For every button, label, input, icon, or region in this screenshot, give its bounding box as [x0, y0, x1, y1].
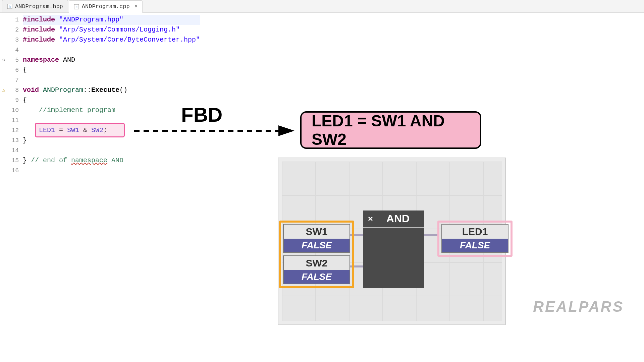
fold-marker — [0, 65, 7, 75]
and-gate-block[interactable]: ✕ AND — [363, 210, 424, 288]
var-sw1-value: FALSE — [284, 239, 350, 252]
var-sw1-name: SW1 — [284, 225, 350, 239]
wire-sw1 — [350, 234, 363, 236]
code-line[interactable] — [23, 75, 200, 85]
fbd-expression-callout: LED1 = SW1 AND SW2 — [300, 111, 481, 149]
fold-marker — [0, 156, 7, 166]
line-number: 5 — [7, 55, 19, 65]
highlighted-statement — [35, 123, 125, 137]
fold-marker — [0, 115, 7, 125]
tab-bar: h ANDProgram.hpp c ANDProgram.cpp × — [0, 0, 644, 13]
code-line[interactable]: namespace AND — [23, 55, 200, 65]
fold-marker — [0, 15, 7, 25]
code-line[interactable]: #include "Arp/System/Core/ByteConverter.… — [23, 35, 200, 45]
code-line[interactable]: #include "ANDProgram.hpp" — [23, 15, 200, 25]
var-sw2[interactable]: SW2 FALSE — [283, 255, 350, 284]
var-led1[interactable]: LED1 FALSE — [441, 224, 508, 253]
line-number: 13 — [7, 135, 19, 145]
line-number: 3 — [7, 35, 19, 45]
and-block-label: AND — [377, 213, 419, 225]
code-line[interactable]: #include "Arp/System/Commons/Logging.h" — [23, 25, 200, 35]
line-number: 4 — [7, 45, 19, 55]
svg-text:h: h — [9, 5, 11, 8]
line-number: 12 — [7, 125, 19, 135]
code-editor[interactable]: ⊖⚠ 12345678910111213141516 #include "AND… — [0, 13, 644, 176]
code-line[interactable] — [23, 145, 200, 156]
line-number: 10 — [7, 105, 19, 115]
code-area[interactable]: #include "ANDProgram.hpp"#include "Arp/S… — [21, 13, 200, 176]
line-number: 15 — [7, 156, 19, 166]
var-led1-name: LED1 — [442, 225, 508, 239]
code-line[interactable]: } // end of namespace AND — [23, 156, 200, 166]
c-file-icon: c — [74, 4, 79, 9]
tab-label: ANDProgram.cpp — [82, 3, 130, 10]
fold-marker — [0, 166, 7, 176]
fold-marker — [0, 35, 7, 45]
fold-marker — [0, 145, 7, 156]
fold-marker — [0, 95, 7, 105]
fbd-diagram-area: ✕ AND SW1 FALSE SW2 FALSE LED1 FALSE — [278, 158, 506, 325]
tab-andprogram-hpp[interactable]: h ANDProgram.hpp — [2, 0, 68, 12]
fold-marker — [0, 105, 7, 115]
fold-marker[interactable]: ⊖ — [0, 55, 7, 65]
line-number: 14 — [7, 145, 19, 156]
var-sw2-value: FALSE — [284, 270, 350, 284]
fold-gutter: ⊖⚠ — [0, 13, 7, 176]
fold-marker — [0, 45, 7, 55]
fold-marker — [0, 135, 7, 145]
dashed-arrow — [134, 124, 295, 137]
var-led1-value: FALSE — [442, 239, 508, 252]
line-number: 8 — [7, 85, 19, 95]
line-number: 2 — [7, 25, 19, 35]
line-number: 7 — [7, 75, 19, 85]
line-number: 9 — [7, 95, 19, 105]
code-line[interactable]: { — [23, 65, 200, 75]
fold-marker — [0, 25, 7, 35]
code-line[interactable]: void ANDProgram::Execute() — [23, 85, 200, 95]
fold-marker — [0, 75, 7, 85]
line-number: 16 — [7, 166, 19, 176]
tab-andprogram-cpp[interactable]: c ANDProgram.cpp × — [69, 0, 143, 13]
line-number: 11 — [7, 115, 19, 125]
tab-label: ANDProgram.hpp — [15, 3, 63, 10]
code-line[interactable]: { — [23, 95, 200, 105]
wire-led1 — [424, 234, 439, 236]
h-file-icon: h — [7, 4, 12, 9]
line-number-gutter: 12345678910111213141516 — [7, 13, 21, 176]
close-icon[interactable]: × — [132, 4, 138, 10]
svg-marker-5 — [278, 125, 294, 136]
line-number: 6 — [7, 65, 19, 75]
fold-marker[interactable]: ⚠ — [0, 85, 7, 95]
wire-sw2 — [350, 265, 363, 267]
block-icon: ✕ — [368, 215, 373, 223]
watermark: REALPARS — [533, 298, 624, 315]
line-number: 1 — [7, 15, 19, 25]
code-line[interactable]: //implement program — [23, 105, 200, 115]
fold-marker — [0, 125, 7, 135]
fbd-heading: FBD — [181, 103, 222, 126]
code-line[interactable] — [23, 45, 200, 55]
svg-text:c: c — [75, 5, 77, 9]
code-line[interactable] — [23, 166, 200, 176]
var-sw1[interactable]: SW1 FALSE — [283, 224, 350, 253]
var-sw2-name: SW2 — [284, 256, 350, 270]
